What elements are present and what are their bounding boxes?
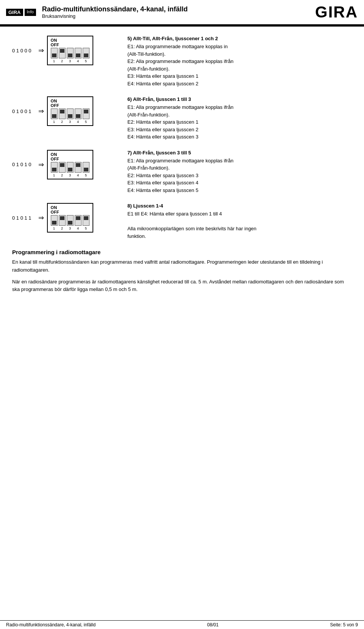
dip-knob-2 <box>60 49 64 53</box>
section-left-5: 0 1 0 0 0⇒ONOFF12345 <box>12 36 118 65</box>
section-left-8: 0 1 0 1 1⇒ONOFF12345 <box>12 203 118 233</box>
footer-date: 08/01 <box>207 622 218 627</box>
dip-switch-3 <box>67 109 74 119</box>
dip-number-2: 2 <box>59 226 66 230</box>
dip-switch-box: ONOFF12345 <box>47 203 93 233</box>
dip-switch-2 <box>59 48 66 58</box>
section-row-6: 0 1 0 0 1⇒ONOFF123456) Allt-Från, ljussc… <box>12 96 352 141</box>
dip-switch-1 <box>51 215 58 226</box>
dip-knob-2 <box>60 163 64 167</box>
dip-on-label: ON <box>51 99 59 103</box>
gira-label: GIRA <box>6 9 23 16</box>
dip-number-2: 2 <box>59 173 66 177</box>
page-footer: Radio-multifunktionssändare, 4-kanal, in… <box>0 620 364 629</box>
dip-knob-4 <box>76 53 80 57</box>
dip-number-5: 5 <box>83 59 89 63</box>
dip-switch-widget: ONOFF12345 <box>47 96 93 126</box>
page-header: GIRA Info Radio-multifunktionssändare, 4… <box>0 0 364 25</box>
dip-knob-1 <box>52 221 56 225</box>
section-arrow-5: ⇒ <box>38 46 44 55</box>
dip-number-3: 3 <box>67 226 74 230</box>
dip-switch-3 <box>67 215 74 226</box>
programmering-section: Programmering i radiomottagare En kanal … <box>12 249 352 294</box>
section-row-7: 0 1 0 1 0⇒ONOFF123457) Allt-Från, ljussc… <box>12 150 352 194</box>
dip-knob-5 <box>84 53 88 57</box>
dip-switch-4 <box>75 162 82 173</box>
dip-switch-box: ONOFF12345 <box>47 36 93 65</box>
dip-knob-1 <box>52 53 56 57</box>
section-row-8: 0 1 0 1 1⇒ONOFF123458) Ljusscen 1-4E1 ti… <box>12 203 352 240</box>
section-arrow-6: ⇒ <box>38 107 44 115</box>
dip-off-label: OFF <box>51 42 59 47</box>
section-text-8: 8) Ljusscen 1-4E1 till E4: Hämta eller s… <box>127 203 352 240</box>
dip-off-label: OFF <box>51 157 59 161</box>
dip-knob-1 <box>52 168 56 171</box>
dip-knob-5 <box>84 168 88 171</box>
dip-number-2: 2 <box>59 120 66 124</box>
dip-number-5: 5 <box>83 173 89 177</box>
dip-switch-2 <box>59 162 66 173</box>
header-left: GIRA Info <box>6 9 36 16</box>
dip-switch-box: ONOFF12345 <box>47 96 93 126</box>
dip-switch-widget: ONOFF12345 <box>47 36 93 65</box>
dip-switch-4 <box>75 109 82 119</box>
dip-number-4: 4 <box>75 59 82 63</box>
dip-knob-5 <box>84 110 88 113</box>
section-heading-8: 8) Ljusscen 1-4 <box>127 203 352 209</box>
dip-knob-4 <box>76 114 80 118</box>
dip-number-3: 3 <box>67 59 74 63</box>
dip-number-4: 4 <box>75 226 82 230</box>
dip-switch-widget: ONOFF12345 <box>47 203 93 233</box>
section-body-5: E1: Alla programmerade mottagare kopplas… <box>127 43 352 87</box>
dip-on-label: ON <box>51 152 59 157</box>
dip-number-1: 1 <box>51 120 58 124</box>
dip-knob-4 <box>76 163 80 167</box>
dip-knob-3 <box>68 168 72 171</box>
section-text-6: 6) Allt-Från, ljusscen 1 till 3E1: Alla … <box>127 96 352 141</box>
dip-knob-2 <box>60 216 64 220</box>
dip-switch-1 <box>51 109 58 119</box>
footer-product: Radio-multifunktionssändare, 4-kanal, in… <box>6 622 96 627</box>
section-row-5: 0 1 0 0 0⇒ONOFF123455) Allt-Till, Allt-F… <box>12 36 352 87</box>
dip-switch-1 <box>51 48 58 58</box>
section-body-6: E1: Alla programmerade mottagare kopplas… <box>127 104 352 141</box>
section-body-7: E1: Alla programmerade mottagare kopplas… <box>127 157 352 194</box>
dip-switch-2 <box>59 109 66 119</box>
main-content: 0 1 0 0 0⇒ONOFF123455) Allt-Till, Allt-F… <box>0 27 364 307</box>
section-left-6: 0 1 0 0 1⇒ONOFF12345 <box>12 96 118 126</box>
dip-number-3: 3 <box>67 120 74 124</box>
dip-number-1: 1 <box>51 173 58 177</box>
dip-switch-widget: ONOFF12345 <box>47 150 93 179</box>
dip-switch-5 <box>83 48 89 58</box>
dip-knob-3 <box>68 114 72 118</box>
section-heading-5: 5) Allt-Till, Allt-Från, ljusscener 1 oc… <box>127 36 352 41</box>
section-body-8: E1 till E4: Hämta eller spara ljusscen 1… <box>127 210 352 240</box>
section-heading-7: 7) Allt-Från, ljusscen 3 till 5 <box>127 150 352 156</box>
info-label: Info <box>25 9 36 16</box>
dip-off-label: OFF <box>51 210 59 214</box>
dip-number-3: 3 <box>67 173 74 177</box>
dip-number-4: 4 <box>75 120 82 124</box>
gira-logo: GIRA <box>315 3 358 21</box>
section-arrow-7: ⇒ <box>38 160 44 169</box>
section-left-7: 0 1 0 1 0⇒ONOFF12345 <box>12 150 118 179</box>
dip-off-label: OFF <box>51 103 59 108</box>
dip-number-1: 1 <box>51 226 58 230</box>
dip-number-5: 5 <box>83 226 89 230</box>
dip-switch-4 <box>75 48 82 58</box>
gira-box: GIRA Info <box>6 9 36 16</box>
dip-knob-2 <box>60 110 64 113</box>
section-arrow-8: ⇒ <box>38 214 44 222</box>
prog-paragraph2: När en radiosändare programmeras är radi… <box>12 278 352 294</box>
prog-paragraph1: En kanal till multifunktionssändaren kan… <box>12 258 352 274</box>
dip-switch-5 <box>83 215 89 226</box>
title-sub: Bruksanvisning <box>42 13 315 19</box>
dip-number-4: 4 <box>75 173 82 177</box>
dip-knob-1 <box>52 114 56 118</box>
header-title: Radio-multifunktionssändare, 4-kanal, in… <box>42 5 315 19</box>
dip-switch-4 <box>75 215 82 226</box>
section-text-5: 5) Allt-Till, Allt-Från, ljusscener 1 oc… <box>127 36 352 87</box>
dip-switch-3 <box>67 162 74 173</box>
dip-knob-4 <box>76 216 80 220</box>
dip-knob-5 <box>84 216 88 220</box>
